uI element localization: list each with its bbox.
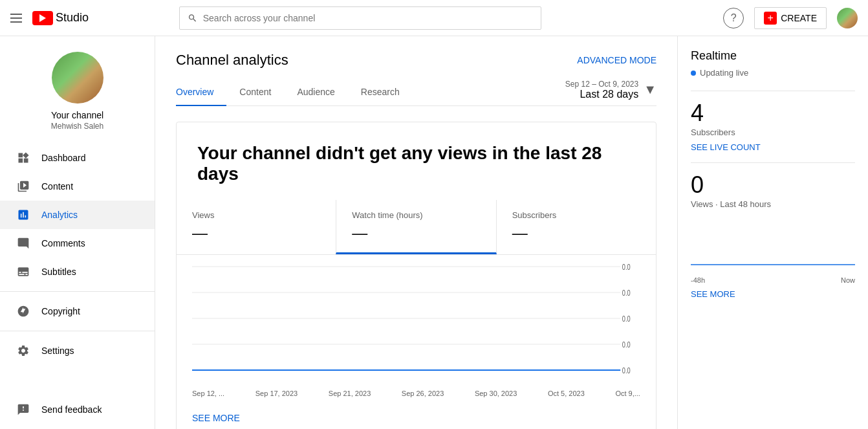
metric-watchtime[interactable]: Watch time (hours) —: [336, 200, 496, 254]
realtime-header: Realtime: [691, 49, 855, 63]
see-more-link[interactable]: SEE MORE: [177, 405, 656, 429]
comments-icon: [16, 236, 31, 251]
sidebar-bottom: Send feedback: [0, 395, 155, 429]
x-label-4: Sep 30, 2023: [475, 390, 517, 397]
metric-subscribers-value: —: [512, 224, 640, 242]
content-icon: [16, 179, 31, 194]
tab-content[interactable]: Content: [226, 79, 284, 106]
header-left: Studio: [10, 11, 89, 25]
metric-watchtime-label: Watch time (hours): [352, 210, 480, 220]
sidebar-item-label: Settings: [41, 346, 74, 356]
help-button[interactable]: ?: [723, 8, 744, 28]
chart-headline: Your channel didn't get any views in the…: [177, 133, 656, 200]
date-range-main: Last 28 days: [565, 89, 638, 100]
chart-svg: 0.0 0.0 0.0 0.0 0.0: [192, 260, 640, 383]
chart-container: Your channel didn't get any views in the…: [176, 122, 656, 429]
metric-views[interactable]: Views —: [177, 200, 336, 254]
see-more-anchor[interactable]: SEE MORE: [192, 413, 240, 423]
sidebar-item-settings[interactable]: Settings: [0, 336, 155, 365]
chevron-down-icon: ▼: [644, 82, 656, 97]
x-label-6: Oct 9,...: [615, 390, 640, 397]
svg-text:0.0: 0.0: [622, 366, 631, 375]
sidebar-item-label: Comments: [41, 238, 85, 248]
sidebar-item-content[interactable]: Content: [0, 172, 155, 201]
metrics-row: Views — Watch time (hours) — Subscribers…: [177, 200, 656, 255]
x-label-0: Sep 12, ...: [192, 390, 224, 397]
sidebar-item-copyright[interactable]: Copyright: [0, 297, 155, 325]
chart-area: 0.0 0.0 0.0 0.0 0.0: [177, 255, 656, 384]
tab-audience[interactable]: Audience: [284, 79, 347, 106]
svg-text:0.0: 0.0: [622, 340, 631, 349]
see-more-panel-button[interactable]: SEE MORE: [691, 289, 855, 299]
channel-avatar[interactable]: [52, 52, 103, 104]
metric-watchtime-value: —: [352, 224, 480, 242]
header-right: ? CREATE: [723, 7, 858, 29]
tab-research[interactable]: Research: [348, 79, 413, 106]
date-picker-inner: Sep 12 – Oct 9, 2023 Last 28 days: [565, 80, 638, 100]
hamburger-button[interactable]: [10, 14, 22, 23]
metric-views-value: —: [192, 224, 320, 242]
feedback-icon: [16, 402, 31, 417]
views-count: 0: [691, 173, 855, 197]
sidebar-item-label: Analytics: [41, 210, 78, 220]
page-title: Channel analytics: [176, 52, 288, 69]
sidebar: Your channel Mehwish Saleh Dashboard Con…: [0, 36, 155, 429]
user-avatar[interactable]: [837, 8, 858, 28]
sidebar-item-label: Dashboard: [41, 153, 86, 163]
tab-overview[interactable]: Overview: [176, 79, 226, 106]
sidebar-nav: Dashboard Content Analytics: [0, 144, 155, 395]
mini-graph-svg: [691, 219, 855, 271]
sidebar-item-label: Subtitles: [41, 267, 76, 277]
layout: Your channel Mehwish Saleh Dashboard Con…: [0, 36, 868, 429]
create-button[interactable]: CREATE: [754, 7, 827, 29]
sidebar-item-feedback[interactable]: Send feedback: [0, 395, 155, 424]
see-live-count-button[interactable]: SEE LIVE COUNT: [691, 142, 855, 152]
subscribers-stat: 4 Subscribers SEE LIVE COUNT: [691, 102, 855, 152]
search-input[interactable]: [203, 13, 534, 23]
live-dot: [691, 71, 696, 76]
metric-subscribers[interactable]: Subscribers —: [497, 200, 656, 254]
right-panel: Realtime Updating live 4 Subscribers SEE…: [677, 36, 868, 429]
search-icon: [188, 13, 197, 23]
date-range-label: Sep 12 – Oct 9, 2023: [565, 80, 638, 89]
copyright-icon: [16, 303, 31, 319]
sidebar-item-subtitles[interactable]: Subtitles: [0, 258, 155, 286]
x-label-2: Sep 21, 2023: [329, 390, 371, 397]
views-label: Views · Last 48 hours: [691, 199, 855, 209]
axis-right-label: Now: [841, 276, 855, 284]
subscribers-count: 4: [691, 102, 855, 125]
sidebar-item-analytics[interactable]: Analytics: [0, 201, 155, 229]
mini-graph: [691, 219, 855, 271]
mini-chart-axis: -48h Now: [691, 276, 855, 284]
channel-handle: Mehwish Saleh: [51, 122, 103, 131]
x-label-1: Sep 17, 2023: [255, 390, 298, 397]
live-text: Updating live: [700, 68, 748, 78]
dashboard-icon: [16, 150, 31, 166]
sidebar-item-label: Copyright: [41, 306, 80, 316]
youtube-logo-icon: [32, 11, 53, 25]
svg-text:0.0: 0.0: [622, 263, 631, 271]
live-indicator: Updating live: [691, 68, 855, 78]
x-label-3: Sep 26, 2023: [402, 390, 444, 397]
advanced-mode-button[interactable]: ADVANCED MODE: [577, 55, 656, 65]
page-header: Channel analytics ADVANCED MODE: [176, 52, 656, 69]
main-content: Channel analytics ADVANCED MODE Overview…: [155, 36, 677, 429]
axis-left-label: -48h: [691, 276, 705, 284]
avatar-image: [837, 8, 858, 28]
logo[interactable]: Studio: [32, 11, 89, 25]
analytics-tabs: Overview Content Audience Research Sep 1…: [176, 79, 656, 106]
sidebar-item-dashboard[interactable]: Dashboard: [0, 144, 155, 172]
analytics-icon: [16, 207, 31, 223]
search-bar[interactable]: [179, 6, 541, 30]
sidebar-item-label: Content: [41, 181, 73, 192]
channel-info: Your channel Mehwish Saleh: [0, 47, 155, 144]
views-section: 0 Views · Last 48 hours -48h Now SEE MOR…: [691, 173, 855, 299]
channel-name: Your channel: [51, 110, 103, 120]
svg-text:0.0: 0.0: [622, 289, 631, 297]
subscribers-label: Subscribers: [691, 127, 855, 137]
date-picker[interactable]: Sep 12 – Oct 9, 2023 Last 28 days ▼: [565, 79, 656, 105]
x-label-5: Oct 5, 2023: [548, 390, 585, 397]
create-icon: [764, 12, 777, 25]
sidebar-item-comments[interactable]: Comments: [0, 229, 155, 258]
sidebar-item-label: Send feedback: [41, 404, 102, 415]
